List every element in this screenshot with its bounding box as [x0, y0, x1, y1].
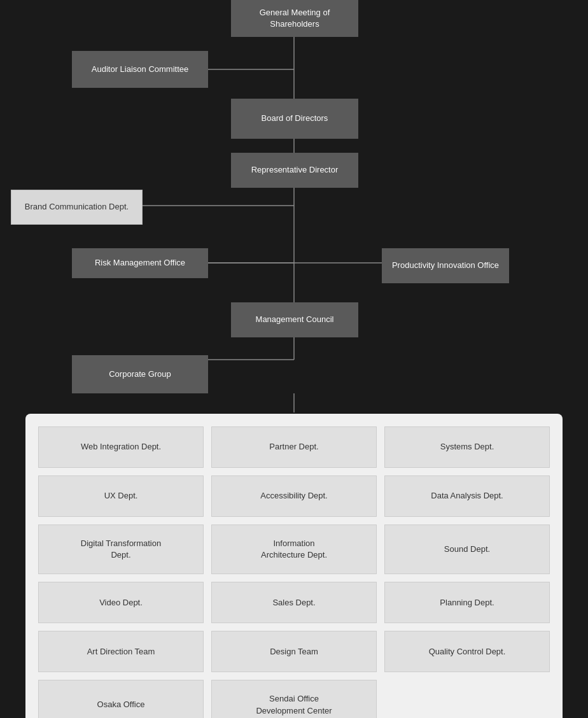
- dept-accessibility: Accessibility Dept.: [211, 475, 377, 517]
- brand-comm-node: Brand Communication Dept.: [11, 190, 143, 225]
- office-sendai: Sendai OfficeDevelopment Center: [211, 680, 377, 718]
- mgmt-council-node: Management Council: [231, 302, 358, 337]
- dept-quality-control: Quality Control Dept.: [384, 631, 550, 672]
- dept-sales: Sales Dept.: [211, 582, 377, 623]
- dept-digital-transformation: Digital TransformationDept.: [38, 524, 204, 574]
- general-meeting-node: General Meeting of Shareholders: [231, 0, 358, 37]
- office-osaka: Osaka Office: [38, 680, 204, 718]
- board-node: Board of Directors: [231, 99, 358, 139]
- dept-information-architecture: InformationArchitecture Dept.: [211, 524, 377, 574]
- auditor-node: Auditor Liaison Committee: [72, 51, 208, 88]
- corporate-group-node: Corporate Group: [72, 355, 208, 393]
- team-design: Design Team: [211, 631, 377, 672]
- dept-web-integration: Web Integration Dept.: [38, 426, 204, 468]
- dept-systems: Systems Dept.: [384, 426, 550, 468]
- department-grid: Web Integration Dept. Partner Dept. Syst…: [38, 426, 550, 718]
- team-art-direction: Art Direction Team: [38, 631, 204, 672]
- org-chart: General Meeting of Shareholders Auditor …: [0, 0, 588, 414]
- rep-director-node: Representative Director: [231, 153, 358, 188]
- dept-sound: Sound Dept.: [384, 524, 550, 574]
- productivity-node: Productivity Innovation Office: [382, 248, 509, 283]
- dept-data-analysis: Data Analysis Dept.: [384, 475, 550, 517]
- dept-partner: Partner Dept.: [211, 426, 377, 468]
- risk-mgmt-node: Risk Management Office: [72, 248, 208, 278]
- department-grid-container: Web Integration Dept. Partner Dept. Syst…: [25, 414, 563, 718]
- dept-ux: UX Dept.: [38, 475, 204, 517]
- dept-planning: Planning Dept.: [384, 582, 550, 623]
- grid-cell-empty: [384, 680, 550, 718]
- dept-video: Video Dept.: [38, 582, 204, 623]
